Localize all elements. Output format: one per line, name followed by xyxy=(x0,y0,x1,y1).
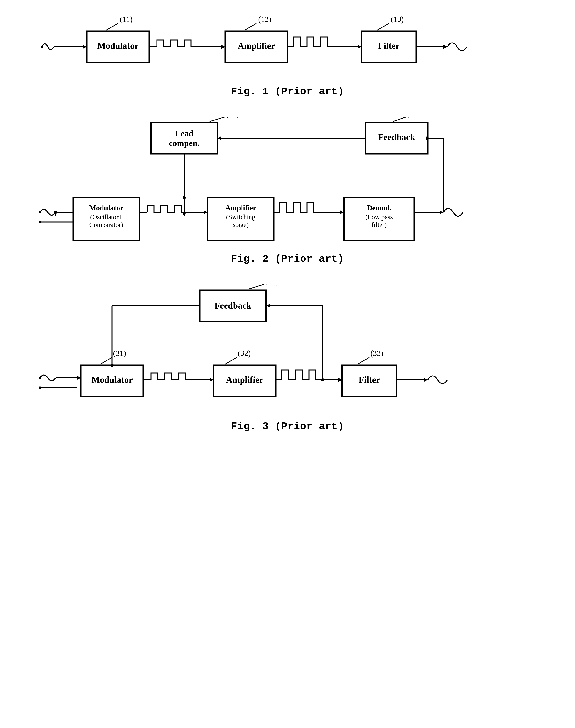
svg-text:(34): (34) xyxy=(265,284,278,286)
svg-text:stage): stage) xyxy=(233,221,248,229)
svg-text:Feedback: Feedback xyxy=(214,301,251,310)
svg-text:compen.: compen. xyxy=(169,138,200,148)
svg-line-28 xyxy=(209,117,225,122)
svg-text:(33): (33) xyxy=(370,349,383,358)
svg-text:(11): (11) xyxy=(120,15,133,24)
svg-text:Modulator: Modulator xyxy=(97,41,139,51)
svg-line-5 xyxy=(106,23,118,30)
svg-text:Amplifier: Amplifier xyxy=(226,375,263,385)
svg-text:filter): filter) xyxy=(372,221,386,229)
figure-1: Modulator (11) Amplifier (12) Filter (13… xyxy=(15,12,560,97)
fig3-caption: Fig. 3 (Prior art) xyxy=(231,421,344,432)
svg-text:Lead: Lead xyxy=(175,129,193,138)
svg-marker-98 xyxy=(424,378,428,382)
svg-point-105 xyxy=(110,364,114,367)
svg-line-81 xyxy=(100,357,112,364)
fig2-diagram: Lead compen. Feedback (21) (22) xyxy=(34,117,541,253)
fig2-caption: Fig. 2 (Prior art) xyxy=(231,253,344,265)
fig3-diagram: Feedback (34) Modulator (31) Amplifier xyxy=(34,284,541,421)
svg-point-0 xyxy=(41,45,43,48)
svg-text:(21): (21) xyxy=(226,117,239,119)
svg-line-72 xyxy=(248,284,264,289)
fig1-diagram: Modulator (11) Amplifier (12) Filter (13… xyxy=(34,12,541,86)
svg-point-69 xyxy=(183,196,186,199)
svg-text:Filter: Filter xyxy=(359,375,380,385)
svg-text:Amplifier: Amplifier xyxy=(225,204,256,212)
svg-text:(22): (22) xyxy=(407,117,420,119)
svg-rect-23 xyxy=(151,123,217,154)
svg-text:Filter: Filter xyxy=(378,41,400,51)
svg-line-30 xyxy=(393,117,406,122)
svg-marker-22 xyxy=(443,45,447,49)
svg-text:Feedback: Feedback xyxy=(378,132,415,142)
svg-text:Demod.: Demod. xyxy=(367,204,392,212)
svg-marker-64 xyxy=(440,210,443,214)
figure-3: Feedback (34) Modulator (31) Amplifier xyxy=(15,284,560,432)
svg-text:(12): (12) xyxy=(258,15,271,24)
svg-text:Modulator: Modulator xyxy=(89,204,123,212)
svg-text:(Oscillator+: (Oscillator+ xyxy=(90,213,123,221)
svg-line-12 xyxy=(245,23,256,30)
svg-line-88 xyxy=(225,357,237,364)
svg-text:(Switching: (Switching xyxy=(226,213,255,221)
figure-2: Lead compen. Feedback (21) (22) xyxy=(15,117,560,265)
svg-line-95 xyxy=(358,357,369,364)
fig1-caption: Fig. 1 (Prior art) xyxy=(231,86,344,97)
svg-text:(13): (13) xyxy=(391,15,404,24)
svg-text:(31): (31) xyxy=(113,349,126,358)
svg-text:Amplifier: Amplifier xyxy=(238,41,275,51)
svg-text:(Low pass: (Low pass xyxy=(366,213,393,221)
svg-text:(32): (32) xyxy=(238,349,251,358)
svg-point-38 xyxy=(39,211,41,213)
svg-text:Modulator: Modulator xyxy=(92,375,133,385)
svg-point-74 xyxy=(39,377,41,379)
svg-text:Comparator): Comparator) xyxy=(89,221,123,229)
svg-line-19 xyxy=(377,23,389,30)
